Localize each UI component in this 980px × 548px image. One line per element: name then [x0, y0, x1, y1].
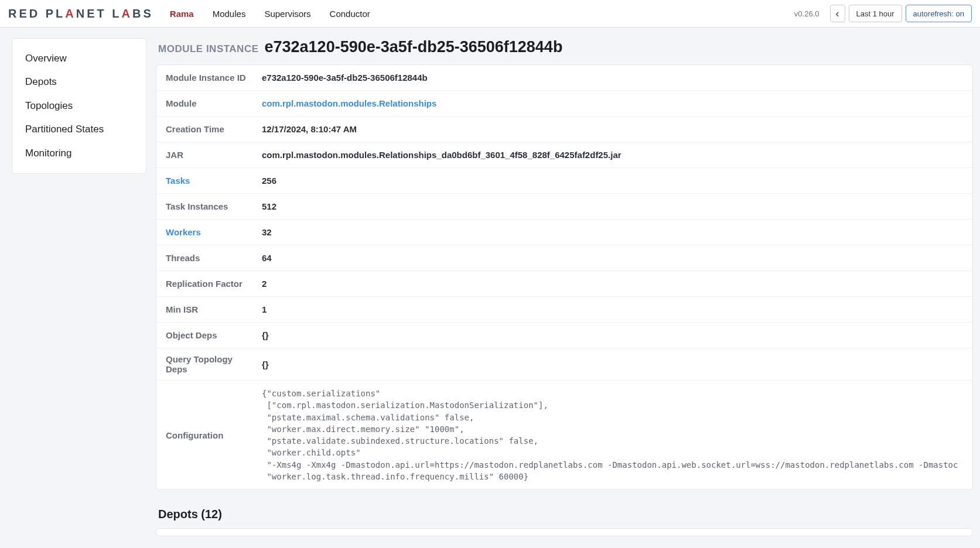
module-link[interactable]: com.rpl.mastodon.modules.Relationships [262, 93, 972, 114]
kv-val: 2 [262, 273, 972, 294]
nav-conductor[interactable]: Conductor [330, 6, 370, 21]
configuration-text: {"custom.serializations" ["com.rpl.masto… [262, 381, 972, 489]
kv-val: com.rpl.mastodon.modules.Relationships_d… [262, 144, 972, 166]
kv-key: Creation Time [156, 118, 262, 140]
kv-val: 1 [262, 299, 972, 320]
kv-key: Task Instances [156, 196, 262, 217]
kv-val: {} [262, 354, 972, 375]
kv-key: Min ISR [156, 299, 262, 320]
kv-module-instance-id: Module Instance ID e732a120-590e-3a5f-db… [156, 65, 972, 91]
kv-val: 12/17/2024, 8:10:47 AM [262, 118, 972, 140]
kv-task-instances: Task Instances 512 [156, 194, 972, 220]
time-range-prev-button[interactable] [830, 5, 845, 22]
page-label: MODULE INSTANCE [158, 43, 259, 55]
kv-key: Query Topology Deps [156, 348, 262, 380]
page-title: e732a120-590e-3a5f-db25-36506f12844b [265, 38, 563, 56]
kv-val: 256 [262, 170, 972, 191]
version-label: v0.26.0 [794, 9, 819, 18]
kv-tasks: Tasks 256 [156, 168, 972, 194]
nav-supervisors[interactable]: Supervisors [264, 6, 310, 21]
tasks-link[interactable]: Tasks [156, 170, 262, 191]
time-range-button[interactable]: Last 1 hour [849, 5, 902, 22]
nav-links: Rama Modules Supervisors Conductor [170, 6, 370, 21]
kv-val: {} [262, 324, 972, 346]
kv-jar: JAR com.rpl.mastodon.modules.Relationshi… [156, 142, 972, 168]
main-content: MODULE INSTANCE e732a120-590e-3a5f-db25-… [156, 38, 973, 536]
logo: RED PLANET LABS [8, 7, 153, 20]
workers-link[interactable]: Workers [156, 221, 262, 243]
kv-val: e732a120-590e-3a5f-db25-36506f12844b [262, 67, 972, 88]
depots-card [156, 528, 973, 536]
sidebar-item-depots[interactable]: Depots [12, 70, 146, 94]
nav-rama[interactable]: Rama [170, 6, 194, 21]
kv-key: Threads [156, 247, 262, 269]
kv-key: Module Instance ID [156, 67, 262, 88]
page-title-row: MODULE INSTANCE e732a120-590e-3a5f-db25-… [156, 38, 973, 64]
kv-threads: Threads 64 [156, 245, 972, 271]
kv-workers: Workers 32 [156, 220, 972, 245]
sidebar-item-partitioned-states[interactable]: Partitioned States [12, 118, 146, 141]
kv-module: Module com.rpl.mastodon.modules.Relation… [156, 91, 972, 117]
kv-key: JAR [156, 144, 262, 166]
autorefresh-toggle[interactable]: autorefresh: on [906, 5, 972, 22]
depots-section-title: Depots (12) [158, 508, 971, 521]
sidebar-item-topologies[interactable]: Topologies [12, 94, 146, 118]
topbar: RED PLANET LABS Rama Modules Supervisors… [0, 0, 980, 28]
kv-key: Replication Factor [156, 273, 262, 294]
kv-replication-factor: Replication Factor 2 [156, 271, 972, 297]
kv-query-topology-deps: Query Topology Deps {} [156, 348, 972, 381]
nav-modules[interactable]: Modules [213, 6, 246, 21]
sidebar: Overview Depots Topologies Partitioned S… [12, 38, 146, 174]
kv-key: Configuration [156, 424, 262, 446]
module-instance-card: Module Instance ID e732a120-590e-3a5f-db… [156, 64, 973, 490]
kv-key: Module [156, 93, 262, 114]
kv-object-deps: Object Deps {} [156, 323, 972, 348]
kv-val: 64 [262, 247, 972, 269]
kv-val: 512 [262, 196, 972, 217]
kv-val: 32 [262, 221, 972, 243]
kv-configuration: Configuration {"custom.serializations" [… [156, 381, 972, 489]
sidebar-item-overview[interactable]: Overview [12, 47, 146, 70]
chevron-left-icon [836, 8, 839, 19]
sidebar-item-monitoring[interactable]: Monitoring [12, 142, 146, 165]
kv-creation-time: Creation Time 12/17/2024, 8:10:47 AM [156, 117, 972, 142]
kv-min-isr: Min ISR 1 [156, 297, 972, 323]
kv-key: Object Deps [156, 324, 262, 346]
